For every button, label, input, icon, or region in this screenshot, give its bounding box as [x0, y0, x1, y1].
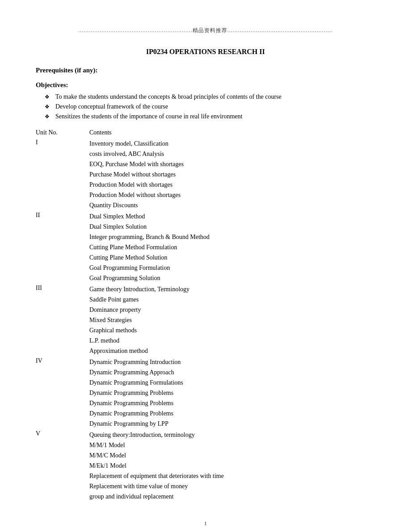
unit5-item-6: Replacement with time value of money [89, 482, 375, 491]
col-contents-header: Contents [89, 129, 375, 136]
unit-items-3: Game theory Introduction, Terminology Sa… [89, 285, 375, 356]
unit-items-1: Inventory model, Classification costs in… [89, 139, 375, 211]
objectives-list: To make the students understand the conc… [45, 93, 375, 120]
unit-row-1: I Inventory model, Classification costs … [36, 139, 375, 211]
unit1-item-5: Production Model with shortages [89, 180, 375, 189]
unit-row-5: V Queuing theory:Introduction, terminolo… [36, 430, 375, 502]
unit2-item-4: Cutting Plane Method Formulation [89, 243, 375, 252]
unit5-item-4: M/Ek/1 Model [89, 461, 375, 470]
unit-row-3: III Game theory Introduction, Terminolog… [36, 285, 375, 356]
unit5-item-7: group and individual replacement [89, 492, 375, 501]
unit-label-2: II [36, 212, 89, 284]
unit2-item-5: Cutting Plane Method Solution [89, 253, 375, 262]
unit3-item-4: Mixed Strategies [89, 315, 375, 325]
unit4-item-3: Dynamic Programming Formulations [89, 378, 375, 387]
unit5-item-1: Queuing theory:Introduction, terminology [89, 430, 375, 440]
page-title: IP0234 OPERATIONS RESEARCH II [36, 48, 375, 56]
unit2-item-1: Dual Simplex Method [89, 212, 375, 221]
unit4-item-5: Dynamic Programming Problems [89, 398, 375, 408]
unit3-item-3: Dominance property [89, 305, 375, 314]
unit2-item-3: Integer programming, Branch & Bound Meth… [89, 232, 375, 242]
prerequisites-heading: Prerequisites (if any): [36, 67, 375, 74]
unit5-item-5: Replacement of equipment that deteriorat… [89, 471, 375, 481]
unit-label-4: IV [36, 357, 89, 429]
unit-row-2: II Dual Simplex Method Dual Simplex Solu… [36, 212, 375, 284]
unit1-item-6: Production Model without shortages [89, 190, 375, 200]
objective-item-3: Sensitizes the students of the importanc… [45, 113, 375, 120]
unit4-item-4: Dynamic Programming Problems [89, 388, 375, 398]
unit2-item-7: Goal Programming Solution [89, 273, 375, 283]
unit1-item-3: EOQ, Purchase Model with shortages [89, 159, 375, 169]
unit4-item-6: Dynamic Programming Problems [89, 409, 375, 418]
page: ........................................… [0, 0, 411, 532]
unit3-item-7: Approximation method [89, 346, 375, 356]
unit-items-5: Queuing theory:Introduction, terminology… [89, 430, 375, 502]
unit1-item-1: Inventory model, Classification [89, 139, 375, 148]
unit5-item-3: M/M/C Model [89, 451, 375, 460]
unit2-item-2: Dual Simplex Solution [89, 222, 375, 231]
header-dots: ........................................… [36, 27, 375, 34]
unit3-item-6: L.P. method [89, 336, 375, 345]
unit-label-3: III [36, 285, 89, 356]
objective-item-1: To make the students understand the conc… [45, 93, 375, 101]
unit3-item-2: Saddle Point games [89, 295, 375, 304]
unit1-item-4: Purchase Model without shortages [89, 170, 375, 179]
curriculum-table: Unit No. Contents I Inventory model, Cla… [36, 129, 375, 502]
unit-row-4: IV Dynamic Programming Introduction Dyna… [36, 357, 375, 429]
table-header: Unit No. Contents [36, 129, 375, 136]
unit1-item-7: Quantity Discounts [89, 201, 375, 210]
unit3-item-5: Graphical methods [89, 326, 375, 335]
unit-label-5: V [36, 430, 89, 502]
unit4-item-1: Dynamic Programming Introduction [89, 357, 375, 367]
unit5-item-2: M/M/1 Model [89, 440, 375, 450]
unit-label-1: I [36, 139, 89, 211]
unit1-item-2: costs involved, ABC Analysis [89, 149, 375, 159]
unit4-item-2: Dynamic Programming Approach [89, 368, 375, 377]
objectives-heading: Objectives: [36, 81, 375, 89]
unit3-item-1: Game theory Introduction, Terminology [89, 285, 375, 294]
unit4-item-7: Dynamic Programming by LPP [89, 419, 375, 428]
page-number: 1 [36, 520, 375, 527]
unit-items-2: Dual Simplex Method Dual Simplex Solutio… [89, 212, 375, 284]
col-unit-header: Unit No. [36, 129, 89, 136]
unit-items-4: Dynamic Programming Introduction Dynamic… [89, 357, 375, 429]
unit2-item-6: Goal Programming Formulation [89, 263, 375, 272]
objective-item-2: Develop conceptual framework of the cour… [45, 103, 375, 110]
